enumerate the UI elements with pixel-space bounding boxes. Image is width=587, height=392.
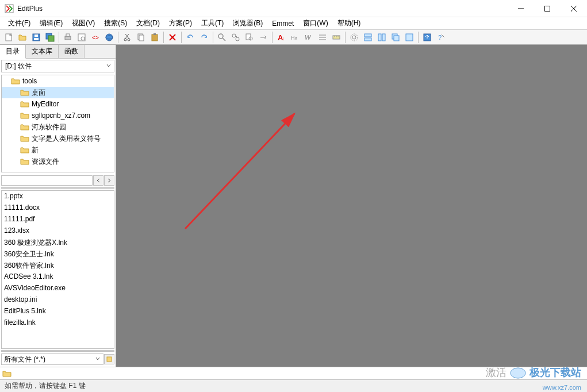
statusbar-help: 如需帮助，请按键盘 F1 键 <box>5 381 86 391</box>
file-item[interactable]: ACDSee 3.1.lnk <box>2 271 114 283</box>
svg-rect-47 <box>365 38 371 41</box>
menu-emmet[interactable]: Emmet <box>267 18 298 29</box>
close-button[interactable] <box>561 0 587 17</box>
window-maximize-icon[interactable] <box>403 31 416 44</box>
open-file-icon[interactable] <box>16 31 29 44</box>
sidebar: 目录 文本库 函数 [D:] 软件 tools桌面MyEditorsgllqpc… <box>0 45 116 367</box>
tree-item[interactable]: 资源文件 <box>2 156 114 167</box>
new-file-icon[interactable] <box>2 31 15 44</box>
file-item[interactable]: filezilla.lnk <box>2 317 114 329</box>
file-item[interactable]: 11111.pdf <box>2 214 114 225</box>
save-icon[interactable] <box>30 31 43 44</box>
toolbar-separator <box>345 32 346 43</box>
file-item[interactable]: 360软件管家.lnk <box>2 260 114 271</box>
svg-line-56 <box>185 114 294 229</box>
folder-icon <box>20 123 29 131</box>
menu-view[interactable]: 视图(V) <box>67 17 99 29</box>
titlebar: EditPlus <box>0 0 587 17</box>
line-number-icon[interactable] <box>316 31 329 44</box>
find-in-files-icon[interactable] <box>243 31 256 44</box>
tree-item[interactable]: 文字是人类用表义符号 <box>2 133 114 144</box>
folder-label: tools <box>22 77 37 85</box>
cut-icon[interactable] <box>121 31 133 44</box>
menu-edit[interactable]: 编辑(E) <box>35 17 67 29</box>
arrow-annotation <box>179 108 312 235</box>
menu-help[interactable]: 帮助(H) <box>333 17 366 29</box>
svg-point-44 <box>352 36 356 39</box>
menu-window[interactable]: 窗口(W) <box>298 17 332 29</box>
tree-item[interactable]: tools <box>2 75 114 87</box>
tree-item[interactable]: MyEditor <box>2 98 114 110</box>
copy-icon[interactable] <box>135 31 147 44</box>
folder-label: 桌面 <box>32 88 45 98</box>
nav-forward-icon[interactable] <box>104 175 114 186</box>
goto-icon[interactable] <box>257 31 270 44</box>
tab-function[interactable]: 函数 <box>59 45 85 58</box>
paste-icon[interactable] <box>148 31 161 44</box>
tree-item[interactable]: 河东软件园 <box>2 121 114 133</box>
file-item[interactable]: 123.xlsx <box>2 225 114 237</box>
filter-bar: 所有文件 (*.*) <box>1 353 114 366</box>
print-icon[interactable] <box>62 31 74 44</box>
delete-icon[interactable] <box>166 31 179 44</box>
file-item[interactable]: 11111.docx <box>2 202 114 214</box>
path-input[interactable] <box>1 175 93 186</box>
browser-icon[interactable] <box>103 31 116 44</box>
tree-item[interactable]: 桌面 <box>2 87 114 98</box>
folder-label: 河东软件园 <box>32 122 66 132</box>
toolbar-separator <box>181 32 182 43</box>
tree-item[interactable]: sgllqpcnb_xz7.com <box>2 110 114 121</box>
ruler-icon[interactable] <box>330 31 343 44</box>
drive-select[interactable]: [D:] 软件 <box>1 60 114 72</box>
maximize-button[interactable] <box>534 0 561 17</box>
svg-text:↓: ↓ <box>282 36 285 41</box>
split-bar[interactable] <box>1 187 114 189</box>
menu-document[interactable]: 文档(D) <box>132 17 164 29</box>
window-cascade-icon[interactable] <box>389 31 402 44</box>
folder-tree[interactable]: tools桌面MyEditorsgllqpcnb_xz7.com河东软件园文字是… <box>1 75 114 172</box>
file-item[interactable]: 360 极速浏览器X.lnk <box>2 237 114 248</box>
tab-cliptext[interactable]: 文本库 <box>26 45 59 58</box>
tree-item[interactable]: 新 <box>2 144 114 156</box>
menu-project[interactable]: 方案(P) <box>164 17 197 29</box>
svg-point-20 <box>128 39 130 41</box>
window-horizontal-icon[interactable] <box>362 31 374 44</box>
file-item[interactable]: 360安全卫士.lnk <box>2 248 114 260</box>
filter-select[interactable]: 所有文件 (*.*) <box>1 353 103 365</box>
file-list[interactable]: 1.pptx11111.docx11111.pdf123.xlsx360 极速浏… <box>1 190 114 349</box>
tab-directory[interactable]: 目录 <box>0 45 26 59</box>
svg-text:>: > <box>95 34 99 41</box>
upload-icon[interactable] <box>421 31 433 44</box>
filter-config-icon[interactable] <box>104 354 114 364</box>
folder-icon <box>20 112 29 120</box>
menu-file[interactable]: 文件(F) <box>3 17 35 29</box>
file-item[interactable]: AVSVideoEditor.exe <box>2 283 114 294</box>
find-icon[interactable] <box>216 31 228 44</box>
undo-icon[interactable] <box>184 31 197 44</box>
word-wrap-icon[interactable]: W <box>302 31 315 44</box>
menu-browser[interactable]: 浏览器(B) <box>228 17 267 29</box>
replace-icon[interactable] <box>229 31 242 44</box>
file-item[interactable]: 1.pptx <box>2 191 114 202</box>
svg-rect-22 <box>139 35 144 41</box>
file-item[interactable]: desktop.ini <box>2 294 114 306</box>
settings-icon[interactable] <box>348 31 360 44</box>
nav-back-icon[interactable] <box>93 175 103 186</box>
toolbar-separator <box>118 32 118 43</box>
menu-tools[interactable]: 工具(T) <box>197 17 228 29</box>
help-icon[interactable]: ? <box>435 31 447 44</box>
html-icon[interactable]: <> <box>89 31 102 44</box>
menu-search[interactable]: 搜索(S) <box>99 17 132 29</box>
minimize-button[interactable] <box>508 0 534 17</box>
redo-icon[interactable] <box>198 31 210 44</box>
split-bar[interactable] <box>1 350 114 352</box>
font-icon[interactable]: A↓ <box>275 31 287 44</box>
folder-icon <box>20 100 29 108</box>
file-item[interactable]: EditPlus 5.lnk <box>2 306 114 317</box>
save-all-icon[interactable] <box>44 31 56 44</box>
window-vertical-icon[interactable] <box>375 31 388 44</box>
svg-text:W: W <box>305 34 312 41</box>
hex-icon[interactable]: Hx <box>289 31 301 44</box>
print-preview-icon[interactable] <box>75 31 88 44</box>
svg-rect-2 <box>545 6 550 11</box>
